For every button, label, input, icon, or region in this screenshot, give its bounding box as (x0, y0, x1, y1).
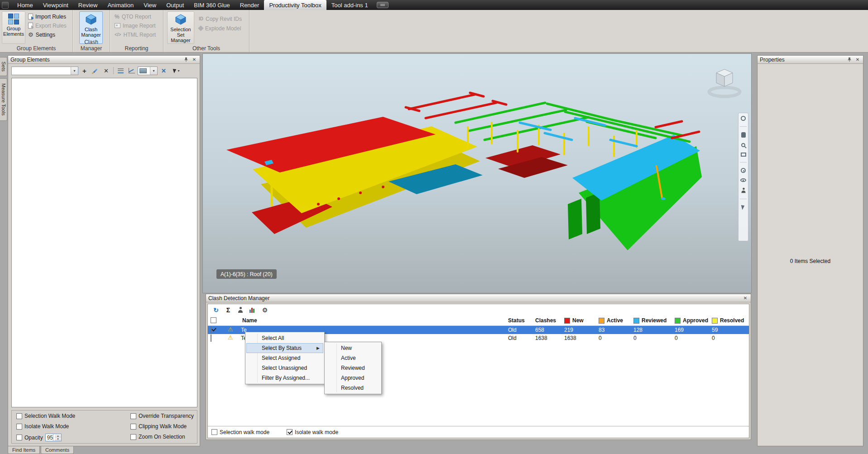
opacity-spinner[interactable]: ▲▼ (53, 434, 61, 441)
group-select-combo[interactable]: ▾ (11, 67, 78, 75)
menu-item-select-assigned[interactable]: Select Assigned (246, 353, 323, 363)
select-all-checkbox[interactable] (211, 317, 216, 323)
import-rules-button[interactable]: Import Rules (28, 12, 67, 21)
submenu-item-approved[interactable]: Approved (326, 373, 380, 383)
export-rules-button[interactable]: Export Rules (28, 21, 67, 30)
checkbox[interactable] (211, 429, 217, 435)
menu-productivity-toolbox[interactable]: Productivity Toolbox (264, 0, 326, 10)
option-label: Isolate Walk Mode (24, 423, 69, 430)
highlight-group-button[interactable] (116, 66, 125, 75)
option-label: Override Transparency (139, 413, 194, 419)
explode-model-button[interactable]: Explode Model (199, 24, 242, 33)
checkbox[interactable] (130, 413, 136, 419)
option-label: Clipping Walk Mode (139, 423, 187, 430)
menu-item-select-unassigned[interactable]: Select Unassigned (246, 363, 323, 373)
side-tab-sets[interactable]: Sets (0, 57, 7, 76)
checkbox[interactable] (16, 424, 22, 430)
zoom-to-selection-button[interactable]: ✕ (159, 66, 168, 75)
edit-group-button[interactable] (91, 66, 100, 75)
column-header-clashes: Clashes (535, 317, 556, 324)
option-clipping-walk-mode[interactable]: Clipping Walk Mode (130, 423, 187, 430)
menu-item-select-by-status[interactable]: Select By Status ▶ (246, 343, 323, 353)
menu-output[interactable]: Output (161, 0, 189, 10)
checkbox[interactable] (130, 434, 136, 440)
checkbox[interactable] (16, 435, 22, 440)
orbit-icon[interactable] (741, 168, 746, 173)
submenu-item-active[interactable]: Active (326, 353, 380, 363)
menu-render[interactable]: Render (235, 0, 264, 10)
selection-mode-button[interactable]: ▾ (170, 66, 183, 75)
rect-zoom-icon[interactable] (741, 153, 746, 157)
add-group-button[interactable]: + (80, 66, 89, 75)
group-elements-button[interactable]: Group Elements (2, 11, 25, 44)
menu-item-select-all[interactable]: Select All (246, 333, 323, 343)
checkbox[interactable] (16, 413, 22, 419)
walk-icon[interactable] (741, 188, 746, 193)
checkbox[interactable] (287, 429, 293, 435)
tab-find-items[interactable]: Find Items (8, 446, 40, 454)
submenu-arrow-icon: ▶ (317, 346, 320, 350)
column-header-name: Name (242, 317, 257, 324)
html-report-button[interactable]: </> HTML Report (115, 30, 156, 39)
group-list[interactable] (11, 78, 197, 407)
menu-bim360glue[interactable]: BIM 360 Glue (189, 0, 235, 10)
percent-icon: % (115, 14, 120, 20)
option-isolate-walk-mode[interactable]: Isolate Walk Mode (16, 423, 69, 430)
pin-icon[interactable] (846, 57, 853, 63)
image-icon (115, 23, 120, 28)
gear-icon[interactable]: ⚙ (261, 306, 269, 314)
selection-set-manager-button[interactable]: Selection Set Manager (167, 11, 194, 44)
settings-button[interactable]: ⚙ Settings (28, 30, 67, 39)
pin-icon[interactable] (183, 57, 189, 63)
opacity-input[interactable]: 95 ▲▼ (45, 434, 62, 441)
close-icon[interactable]: ✕ (742, 295, 748, 301)
submenu-item-resolved[interactable]: Resolved (326, 383, 380, 393)
app-logo-icon[interactable] (2, 2, 9, 9)
look-around-icon[interactable] (740, 178, 746, 182)
menu-view[interactable]: View (139, 0, 161, 10)
close-icon[interactable]: ✕ (854, 57, 861, 63)
refresh-icon[interactable]: ↻ (212, 306, 220, 314)
image-report-button[interactable]: Image Report (115, 21, 156, 30)
qto-report-button[interactable]: % QTO Report (115, 12, 156, 21)
menu-item-filter-by-assigned[interactable]: Filter By Assigned... (246, 373, 323, 383)
assign-user-icon[interactable] (236, 306, 245, 314)
row-checkbox[interactable] (211, 326, 211, 334)
group-elements-panel-title: Group Elements (10, 57, 50, 63)
option-selection-walk-mode[interactable]: Selection Walk Mode (16, 413, 75, 419)
checkbox[interactable] (130, 424, 136, 430)
row-status: Old (508, 327, 517, 333)
navigation-wheel-icon[interactable] (741, 116, 746, 121)
chart-icon[interactable] (249, 306, 257, 314)
option-selection-walk-mode[interactable]: Selection walk mode (211, 429, 269, 435)
option-override-transparency[interactable]: Override Transparency (130, 413, 194, 419)
submenu-item-new[interactable]: New (326, 343, 380, 353)
copy-revit-ids-button[interactable]: ID Copy Revit IDs (199, 14, 242, 23)
tab-comments[interactable]: Comments (41, 446, 74, 454)
close-icon[interactable]: ✕ (191, 57, 197, 63)
chevron-down-icon: ▾ (71, 67, 78, 75)
select-cursor-icon[interactable] (741, 204, 746, 210)
option-label: Isolate walk mode (295, 429, 338, 435)
zoom-icon[interactable] (741, 143, 745, 147)
pan-icon[interactable] (741, 132, 746, 138)
delete-group-button[interactable]: ✕ (101, 66, 111, 75)
menu-home[interactable]: Home (12, 0, 38, 10)
color-picker-combo[interactable]: ▾ (138, 67, 158, 75)
row-checkbox[interactable] (211, 335, 211, 342)
option-zoom-on-selection[interactable]: Zoom On Selection (130, 434, 185, 440)
option-isolate-walk-mode[interactable]: Isolate walk mode (287, 429, 338, 435)
menu-animation[interactable]: Animation (102, 0, 139, 10)
side-tab-measure-tools[interactable]: Measure Tools (0, 78, 7, 121)
submenu-item-reviewed[interactable]: Reviewed (326, 363, 380, 373)
analyze-group-button[interactable] (127, 66, 136, 75)
menu-review[interactable]: Review (73, 0, 103, 10)
option-opacity[interactable]: Opacity 95 ▲▼ (16, 434, 62, 441)
summary-sigma-icon[interactable]: Σ (224, 306, 232, 314)
viewport-3d[interactable]: A(1)-6(35) : Roof (20) (202, 53, 752, 293)
chevron-down-icon: ▾ (177, 69, 179, 73)
menu-viewpoint[interactable]: Viewpoint (38, 0, 73, 10)
menu-extra-icon[interactable] (377, 2, 388, 8)
ribbon-group-other-tools: Selection Set Manager ID Copy Revit IDs … (163, 10, 249, 52)
menu-tool-addins[interactable]: Tool add-ins 1 (326, 0, 373, 10)
